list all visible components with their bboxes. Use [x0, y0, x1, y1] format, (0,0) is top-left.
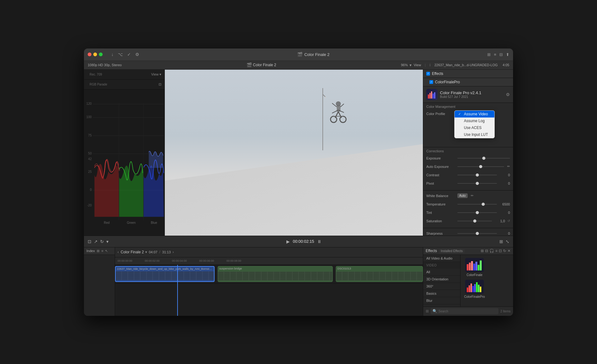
- view-button[interactable]: View: [414, 63, 421, 67]
- auto-exposure-slider[interactable]: [457, 166, 504, 167]
- zoom-icon[interactable]: ▾: [106, 239, 109, 244]
- playhead[interactable]: [177, 265, 178, 316]
- effects-label: Effects: [432, 71, 443, 76]
- fullscreen-button[interactable]: [99, 53, 103, 56]
- eff-grid-icon[interactable]: ⊟: [485, 249, 488, 253]
- exposure-thumb[interactable]: [482, 157, 485, 160]
- category-3d-orientation[interactable]: 3D Orientation: [423, 276, 460, 283]
- eff-screen-icon[interactable]: ⊡: [499, 249, 502, 253]
- auto-exposure-thumb[interactable]: [479, 165, 482, 168]
- tint-slider[interactable]: [457, 212, 497, 213]
- close-button[interactable]: [88, 53, 91, 56]
- search-input-area[interactable]: 🔍 Search: [431, 308, 498, 314]
- category-all[interactable]: All: [423, 269, 460, 276]
- sharpness-thumb[interactable]: [476, 232, 479, 235]
- pivot-thumb[interactable]: [476, 182, 479, 185]
- tl-tool-icon[interactable]: ⊞: [97, 249, 100, 253]
- eff-filter-icon[interactable]: ≡: [495, 249, 497, 253]
- minimize-button[interactable]: [93, 53, 97, 56]
- contrast-thumb[interactable]: [476, 173, 479, 177]
- tc-sequence-name: Color Finale 2 ▾: [121, 250, 147, 254]
- waveform-subheader: RGB Parade ⊡: [84, 80, 164, 90]
- category-all-video-audio[interactable]: All Video & Audio: [423, 255, 460, 262]
- playback-timecode: 00:00:02:15: [293, 239, 314, 244]
- auto-exposure-row: Auto Exposure ✏: [426, 163, 510, 170]
- svg-text:Red: Red: [104, 221, 110, 224]
- white-balance-row: White Balance Auto ✏: [426, 192, 510, 199]
- pause-icon[interactable]: ⏸: [317, 239, 322, 244]
- tint-thumb[interactable]: [476, 211, 479, 214]
- tl-pointer-icon[interactable]: ↖: [105, 249, 108, 253]
- temperature-thumb[interactable]: [482, 203, 485, 206]
- play-icon[interactable]: ▶: [286, 239, 290, 244]
- list-icon[interactable]: ≡: [494, 52, 496, 57]
- title-bar-icons: ↓ ⌥ ✓ ⚙: [111, 52, 139, 57]
- color-profile-dropdown[interactable]: ✓ Assume Video Assume Log Use ACES: [454, 110, 495, 138]
- saturation-slider[interactable]: [457, 221, 492, 221]
- eff-headphone-icon[interactable]: 🎧: [489, 249, 494, 253]
- color-finale-pro-header: ✓ ColorFinalePro: [423, 78, 513, 86]
- sharpness-slider[interactable]: [457, 233, 497, 234]
- pivot-slider[interactable]: [457, 183, 497, 184]
- resolution-label: 1080p HD 30p, Stereo: [88, 63, 122, 67]
- category-header-video: VIDEO: [423, 262, 460, 269]
- dropdown-option-use-input-lut[interactable]: Use Input LUT: [455, 131, 494, 138]
- waveform-capture-btn[interactable]: ⊡: [159, 82, 161, 86]
- tc-next-icon[interactable]: ›: [173, 250, 174, 254]
- tc-prev-icon[interactable]: ‹: [118, 250, 119, 254]
- rotate-icon[interactable]: ↻: [100, 239, 104, 244]
- middle-clip[interactable]: suspension bridge: [218, 266, 333, 282]
- tool-icon[interactable]: ↗: [94, 239, 98, 244]
- grid-icon[interactable]: ⊞: [487, 52, 491, 57]
- auto-exposure-edit-icon[interactable]: ✏: [507, 164, 510, 168]
- contrast-slider[interactable]: [457, 175, 497, 175]
- category-basics[interactable]: Basics: [423, 290, 460, 297]
- temperature-slider[interactable]: [457, 204, 497, 205]
- footer-grid-icon[interactable]: ⊞: [426, 309, 429, 313]
- waveform-view-button[interactable]: View ▾: [151, 72, 161, 76]
- exposure-row: Exposure: [426, 155, 510, 162]
- ruler-mark-0: 00:00:00:00: [118, 259, 132, 262]
- video-preview[interactable]: [165, 70, 423, 236]
- title-bar-right: ⊞ ≡ ⊟ ⬆: [487, 52, 509, 57]
- category-color[interactable]: Color: [423, 304, 460, 306]
- plugin-settings-icon[interactable]: ⚙: [506, 92, 510, 97]
- auto-button[interactable]: Auto: [457, 193, 468, 198]
- dropdown-option-assume-log[interactable]: Assume Log: [455, 117, 494, 124]
- view-select-icon[interactable]: ⊞: [499, 239, 503, 244]
- share-icon[interactable]: ⬆: [506, 52, 509, 57]
- eff-close-icon[interactable]: ✕: [507, 249, 511, 253]
- info-icon[interactable]: ℹ: [429, 63, 431, 67]
- effects-header-left: Effects Installed Effects: [426, 249, 465, 253]
- category-blur[interactable]: Blur: [423, 297, 460, 304]
- timeline-ruler: 00:00:00:00 00:00:02:00 00:00:04:00 00:0…: [115, 257, 423, 265]
- check-icon[interactable]: ✓: [127, 52, 131, 57]
- tc-dropdown-icon[interactable]: ▾: [145, 250, 147, 254]
- exposure-slider[interactable]: [457, 158, 510, 159]
- saturation-reset-icon[interactable]: ↺: [507, 219, 510, 223]
- dropdown-option-use-aces[interactable]: Use ACES: [455, 124, 494, 131]
- fullscreen-icon[interactable]: ⤡: [506, 239, 509, 244]
- crop-icon[interactable]: ⊡: [88, 239, 91, 244]
- settings-icon[interactable]: ⚙: [135, 52, 139, 57]
- dropdown-option-assume-video[interactable]: ✓ Assume Video: [455, 111, 494, 117]
- right-clip[interactable]: DSC01013: [336, 266, 423, 282]
- category-360[interactable]: 360°: [423, 283, 460, 290]
- zoom-dropdown-icon[interactable]: ▾: [410, 63, 412, 67]
- svg-rect-53: [480, 287, 481, 292]
- panel-icon[interactable]: ⊟: [499, 52, 503, 57]
- back-icon[interactable]: ↓: [111, 52, 113, 57]
- white-balance-edit-icon[interactable]: ✏: [471, 194, 474, 198]
- colorfinalepro-checkbox[interactable]: ✓: [429, 80, 433, 84]
- effect-item-colorfinale-pro[interactable]: ColorFinalePro: [464, 280, 485, 298]
- eff-list-icon[interactable]: ⊞: [481, 249, 484, 253]
- tl-list-icon[interactable]: ≡: [101, 249, 103, 253]
- lamp-post: [320, 78, 326, 161]
- effect-item-colorfinale[interactable]: ColorFinale: [464, 258, 485, 277]
- option-label: Assume Video: [464, 112, 488, 116]
- main-clip[interactable]: 22637_Man_ride_bicycle_down_and_up_bike_…: [115, 266, 215, 282]
- key-icon[interactable]: ⌥: [118, 52, 123, 57]
- effects-checkbox[interactable]: ✓: [426, 72, 430, 76]
- eff-refresh-icon[interactable]: ↻: [503, 249, 506, 253]
- saturation-thumb[interactable]: [473, 219, 476, 223]
